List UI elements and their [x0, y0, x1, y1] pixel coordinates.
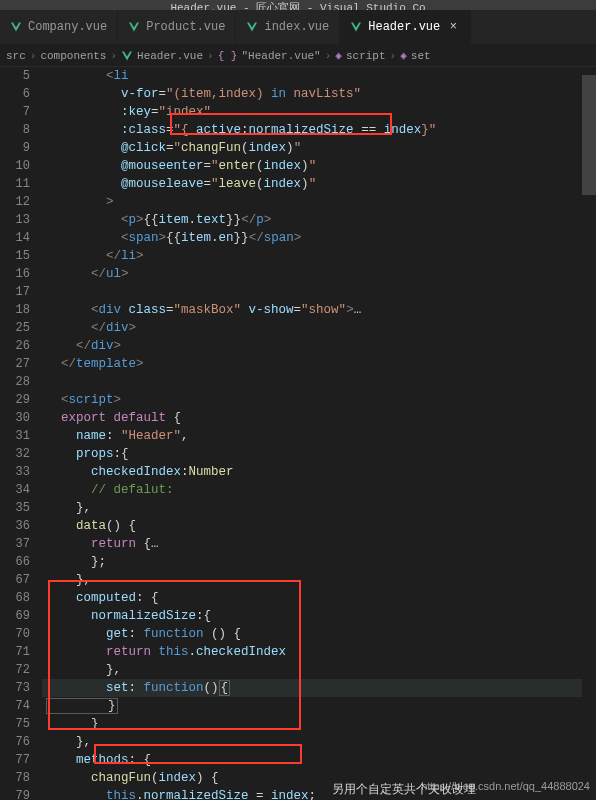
line-number: 37	[0, 535, 30, 553]
vue-icon	[10, 21, 22, 33]
code-line: </template>	[42, 355, 596, 373]
line-number: 77	[0, 751, 30, 769]
symbol-icon: ◈	[400, 49, 407, 62]
line-number: 68	[0, 589, 30, 607]
code-line: }	[42, 697, 596, 715]
code-line: </div>	[42, 337, 596, 355]
code-line: >	[42, 193, 596, 211]
line-number: 11	[0, 175, 30, 193]
code-line: :class="{ active:normalizedSize == index…	[42, 121, 596, 139]
line-number: 14	[0, 229, 30, 247]
code-line: </li>	[42, 247, 596, 265]
vue-icon	[121, 50, 133, 62]
line-number: 73	[0, 679, 30, 697]
gutter: 5 6 7 8 9 10 11 12 13 14 15 16 17 18 25 …	[0, 67, 42, 800]
chevron-right-icon: ›	[30, 50, 37, 62]
code-line: <li	[42, 67, 596, 85]
line-number: 78	[0, 769, 30, 787]
line-number: 26	[0, 337, 30, 355]
code-line: props:{	[42, 445, 596, 463]
code-line: </div>	[42, 319, 596, 337]
scrollbar-vertical[interactable]	[582, 67, 596, 787]
line-number: 17	[0, 283, 30, 301]
crumb-src[interactable]: src	[6, 50, 26, 62]
crumb-quoted[interactable]: "Header.vue"	[241, 50, 320, 62]
title-bar: Header.vue - 匠心官网 - Visual Studio Co	[0, 0, 596, 10]
crumb-file[interactable]: Header.vue	[137, 50, 203, 62]
line-number: 75	[0, 715, 30, 733]
line-number: 35	[0, 499, 30, 517]
line-number: 16	[0, 265, 30, 283]
code-line	[42, 373, 596, 391]
tab-index[interactable]: index.vue	[236, 10, 340, 44]
code-line: get: function () {	[42, 625, 596, 643]
line-number: 32	[0, 445, 30, 463]
tab-label: index.vue	[264, 20, 329, 34]
line-number: 5	[0, 67, 30, 85]
tab-company[interactable]: Company.vue	[0, 10, 118, 44]
editor[interactable]: 5 6 7 8 9 10 11 12 13 14 15 16 17 18 25 …	[0, 67, 596, 800]
crumb-script[interactable]: script	[346, 50, 386, 62]
line-number: 72	[0, 661, 30, 679]
line-number: 28	[0, 373, 30, 391]
line-number: 7	[0, 103, 30, 121]
line-number: 67	[0, 571, 30, 589]
tab-product[interactable]: Product.vue	[118, 10, 236, 44]
window-title: Header.vue - 匠心官网 - Visual Studio Co	[170, 0, 425, 10]
code-line: }	[42, 715, 596, 733]
chevron-right-icon: ›	[390, 50, 397, 62]
code-line: @mouseenter="enter(index)"	[42, 157, 596, 175]
code-line: checkedIndex:Number	[42, 463, 596, 481]
line-number: 10	[0, 157, 30, 175]
code-line: data() {	[42, 517, 596, 535]
line-number: 36	[0, 517, 30, 535]
code-line: },	[42, 733, 596, 751]
code-line: set: function(){	[42, 679, 596, 697]
tab-header[interactable]: Header.vue ×	[340, 10, 471, 44]
tab-label: Header.vue	[368, 20, 440, 34]
scrollbar-thumb[interactable]	[582, 75, 596, 195]
code-line: name: "Header",	[42, 427, 596, 445]
tab-label: Product.vue	[146, 20, 225, 34]
line-number: 66	[0, 553, 30, 571]
code-line: :key="index"	[42, 103, 596, 121]
chevron-right-icon: ›	[110, 50, 117, 62]
code-line: computed: {	[42, 589, 596, 607]
line-number: 34	[0, 481, 30, 499]
crumb-components[interactable]: components	[40, 50, 106, 62]
code-line: };	[42, 553, 596, 571]
code-area[interactable]: <li v-for="(item,index) in navLists" :ke…	[42, 67, 596, 800]
line-number: 12	[0, 193, 30, 211]
code-line: normalizedSize:{	[42, 607, 596, 625]
code-line: methods: {	[42, 751, 596, 769]
line-number: 29	[0, 391, 30, 409]
code-line: },	[42, 661, 596, 679]
line-number: 13	[0, 211, 30, 229]
line-number: 25	[0, 319, 30, 337]
code-line: <div class="maskBox" v-show="show">…	[42, 301, 596, 319]
line-number: 70	[0, 625, 30, 643]
crumb-set[interactable]: set	[411, 50, 431, 62]
code-line: // defalut:	[42, 481, 596, 499]
vue-icon	[128, 21, 140, 33]
close-icon[interactable]: ×	[446, 20, 460, 34]
symbol-icon: ◈	[335, 49, 342, 62]
line-number: 27	[0, 355, 30, 373]
vue-icon	[246, 21, 258, 33]
line-number: 31	[0, 427, 30, 445]
code-line: @mouseleave="leave(index)"	[42, 175, 596, 193]
line-number: 79	[0, 787, 30, 800]
tab-bar: Company.vue Product.vue index.vue Header…	[0, 10, 596, 45]
chevron-right-icon: ›	[207, 50, 214, 62]
code-line: </ul>	[42, 265, 596, 283]
braces-icon: { }	[218, 50, 238, 62]
line-number: 71	[0, 643, 30, 661]
chevron-right-icon: ›	[325, 50, 332, 62]
tab-label: Company.vue	[28, 20, 107, 34]
code-line: return this.checkedIndex	[42, 643, 596, 661]
line-number: 9	[0, 139, 30, 157]
code-line: export default {	[42, 409, 596, 427]
code-line: <script>	[42, 391, 596, 409]
line-number: 33	[0, 463, 30, 481]
line-number: 18	[0, 301, 30, 319]
